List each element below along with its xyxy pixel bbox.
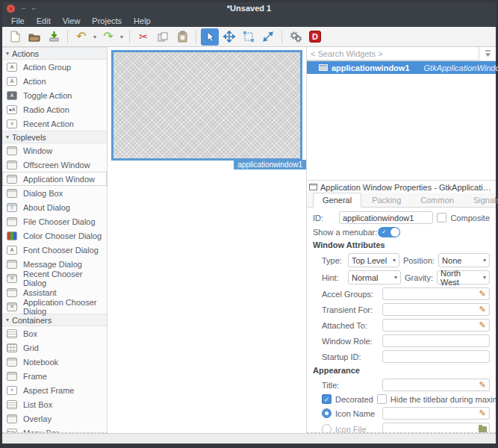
id-label: ID: (313, 214, 335, 223)
palette-item-file-chooser-dialog[interactable]: File Chooser Dialog (2, 214, 107, 228)
redo-button[interactable]: ↷ (99, 28, 117, 46)
palette-item-font-chooser-dialog[interactable]: AFont Chooser Dialog (2, 243, 107, 257)
palette-item-aspect-frame[interactable]: +Aspect Frame (2, 383, 107, 397)
icon-file-input[interactable] (382, 423, 479, 433)
recent-action-icon: ≡ (7, 119, 17, 128)
icon-name-row: Icon Name ✎ (322, 407, 490, 420)
menu-edit[interactable]: Edit (31, 16, 57, 26)
undo-menu-button[interactable]: ▾ (91, 34, 99, 40)
position-dropdown[interactable]: None▾ (438, 253, 490, 267)
palette-section-containers[interactable]: ▾Containers (2, 314, 107, 326)
cut-button[interactable]: ✂ (134, 28, 152, 46)
open-project-button[interactable] (25, 28, 43, 46)
type-label: Type: (322, 256, 344, 265)
transient-for-input[interactable] (382, 303, 479, 316)
menu-help[interactable]: Help (128, 16, 157, 26)
palette-item-dialog-box[interactable]: Dialog Box (2, 186, 107, 200)
action-icon: A (7, 77, 17, 86)
startup-id-input[interactable] (382, 350, 490, 363)
preferences-button[interactable] (287, 28, 305, 46)
palette-item-list-box[interactable]: List Box (2, 397, 107, 411)
palette-item-color-chooser-dialog[interactable]: Color Chooser Dialog (2, 228, 107, 243)
gravity-dropdown[interactable]: North West▾ (437, 270, 490, 284)
decorated-checkbox[interactable] (322, 394, 332, 404)
search-widgets-input[interactable] (307, 47, 479, 60)
palette-item-grid[interactable]: Grid (2, 340, 107, 355)
design-widget-applicationwindow1[interactable] (111, 50, 302, 161)
message-dialog-icon (7, 260, 17, 269)
titlebar: x – ⌐ *Unsaved 1 (2, 2, 496, 14)
hint-dropdown[interactable]: Normal▾ (348, 270, 401, 284)
select-widgets-button[interactable] (201, 28, 219, 46)
tab-signals[interactable]: Signals (464, 193, 498, 207)
palette-item-label: Toggle Action (23, 91, 72, 100)
edit-button[interactable]: ✎ (476, 287, 490, 300)
redo-menu-button[interactable]: ▾ (118, 34, 125, 40)
edit-button[interactable]: ✎ (476, 303, 490, 316)
palette-item-action-group[interactable]: AAction Group (2, 60, 107, 74)
palette-item-frame[interactable]: Frame (2, 369, 107, 383)
icon-file-radio[interactable] (322, 424, 332, 433)
menu-projects[interactable]: Projects (86, 16, 128, 26)
appearance-header: Appearance (313, 366, 490, 375)
icon-file-browse-button[interactable] (476, 423, 490, 433)
copy-button[interactable] (154, 28, 172, 46)
title-input[interactable] (382, 379, 479, 391)
window-role-input[interactable] (382, 335, 490, 347)
palette-section-actions[interactable]: ▾Actions (2, 47, 107, 60)
palette-section-toplevels[interactable]: ▾Toplevels (2, 131, 107, 143)
edit-button[interactable]: ✎ (476, 407, 490, 420)
palette-item-application-chooser-dialog[interactable]: ≡Application Chooser Dialog (2, 299, 107, 314)
palette-item-box[interactable]: Box (2, 326, 107, 340)
save-project-button[interactable] (45, 28, 63, 46)
edit-button[interactable]: ✎ (476, 319, 490, 332)
menu-file[interactable]: File (5, 16, 31, 26)
recent-chooser-dialog-icon: ≡ (7, 274, 17, 283)
palette-item-about-dialog[interactable]: iAbout Dialog (2, 200, 107, 214)
drag-resize-button[interactable] (220, 28, 238, 46)
tree-row-applicationwindow1[interactable]: applicationwindow1 GtkApplicationWindow (307, 61, 496, 74)
attached-to-row: Attached To: ✎ (322, 319, 490, 332)
palette-item-label: Message Dialog (23, 260, 82, 269)
palette-item-recent-chooser-dialog[interactable]: ≡Recent Chooser Dialog (2, 271, 107, 285)
icon-name-radio[interactable] (322, 408, 332, 418)
accel-groups-row: Accel Groups: ✎ (322, 287, 490, 300)
type-dropdown[interactable]: Top Level▾ (348, 253, 399, 267)
palette-item-menu-bar[interactable]: FileMenu Bar (2, 426, 107, 433)
undo-button[interactable]: ↶ (72, 28, 90, 46)
palette-item-toggle-action[interactable]: AToggle Action (2, 88, 107, 102)
palette-item-offscreen-window[interactable]: Offscreen Window (2, 158, 107, 172)
palette-item-window[interactable]: Window (2, 143, 107, 158)
design-canvas[interactable]: applicationwindow1 (108, 47, 306, 433)
new-project-button[interactable] (6, 28, 24, 46)
palette-item-label: Aspect Frame (23, 386, 74, 395)
palette-item-action[interactable]: AAction (2, 74, 107, 88)
tab-common[interactable]: Common (411, 193, 463, 207)
paste-button[interactable] (173, 28, 191, 46)
dialog-box-icon (7, 189, 17, 198)
expand-all-button[interactable] (479, 50, 496, 57)
pointer-icon (205, 31, 215, 43)
align-edit-icon (262, 31, 274, 43)
devhelp-button[interactable]: D (306, 28, 324, 46)
accel-groups-input[interactable] (382, 287, 479, 300)
composite-checkbox[interactable] (437, 213, 446, 223)
decorated-row: Decorated Hide the titlebar during maxim… (322, 394, 490, 404)
align-edit-button[interactable] (259, 28, 277, 46)
show-menubar-toggle[interactable] (378, 227, 400, 237)
palette-item-radio-action[interactable]: ●ARadio Action (2, 102, 107, 116)
palette-item-overlay[interactable]: Overlay (2, 411, 107, 426)
palette-item-application-window[interactable]: Application Window (2, 172, 107, 186)
edit-button[interactable]: ✎ (476, 379, 490, 391)
icon-name-input[interactable] (382, 407, 479, 420)
margin-edit-button[interactable] (240, 28, 258, 46)
tab-packing[interactable]: Packing (363, 193, 410, 207)
tab-general[interactable]: General (313, 193, 361, 208)
palette-item-notebook[interactable]: Notebook (2, 355, 107, 369)
palette-item-recent-action[interactable]: ≡Recent Action (2, 116, 107, 131)
window-role-row: Window Role: (322, 335, 490, 347)
id-input[interactable] (339, 211, 433, 224)
attached-to-input[interactable] (382, 319, 479, 332)
menu-view[interactable]: View (57, 16, 87, 26)
hide-titlebar-checkbox[interactable] (377, 394, 387, 404)
